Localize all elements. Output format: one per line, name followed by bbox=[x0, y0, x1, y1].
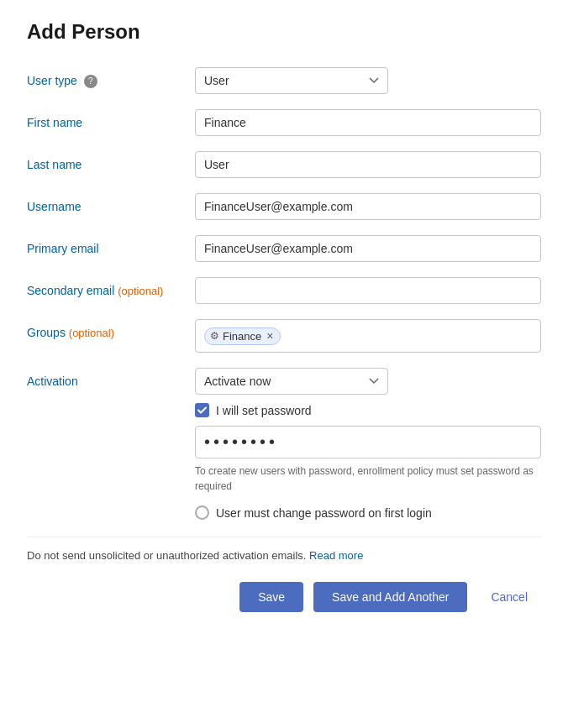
page-title: Add Person bbox=[27, 20, 541, 44]
cancel-button[interactable]: Cancel bbox=[477, 582, 541, 612]
last-name-label: Last name bbox=[27, 151, 195, 171]
groups-field[interactable]: ⚙ Finance × bbox=[195, 319, 541, 353]
save-button[interactable]: Save bbox=[239, 582, 303, 612]
password-helper-text: To create new users with password, enrol… bbox=[195, 464, 541, 494]
username-input[interactable] bbox=[195, 193, 541, 220]
activation-row: Activation Activate now Activate later I… bbox=[27, 368, 541, 528]
primary-email-control bbox=[195, 235, 541, 262]
last-name-control bbox=[195, 151, 541, 178]
user-type-row: User type ? User Admin Super Admin bbox=[27, 67, 541, 94]
bottom-notice-text: Do not send unsolicited or unauthorized … bbox=[27, 549, 306, 562]
secondary-email-row: Secondary email (optional) bbox=[27, 277, 541, 304]
secondary-email-optional: (optional) bbox=[118, 285, 163, 297]
group-tag-icon: ⚙ bbox=[210, 330, 219, 342]
group-tag-label: Finance bbox=[223, 330, 261, 343]
set-password-row: I will set password bbox=[195, 403, 541, 417]
save-add-another-button[interactable]: Save and Add Another bbox=[313, 582, 467, 612]
password-input[interactable] bbox=[195, 426, 541, 458]
primary-email-label: Primary email bbox=[27, 235, 195, 255]
user-type-control: User Admin Super Admin bbox=[195, 67, 541, 94]
primary-email-row: Primary email bbox=[27, 235, 541, 262]
groups-optional: (optional) bbox=[69, 327, 114, 339]
secondary-email-label: Secondary email (optional) bbox=[27, 277, 195, 297]
first-name-input[interactable] bbox=[195, 109, 541, 136]
change-password-row: User must change password on first login bbox=[195, 505, 541, 520]
first-name-label: First name bbox=[27, 109, 195, 129]
activation-control: Activate now Activate later I will set p… bbox=[195, 368, 541, 528]
secondary-email-control bbox=[195, 277, 541, 304]
activation-select[interactable]: Activate now Activate later bbox=[195, 368, 388, 395]
first-name-control bbox=[195, 109, 541, 136]
user-type-label: User type ? bbox=[27, 67, 195, 88]
first-name-row: First name bbox=[27, 109, 541, 136]
group-tag-finance: ⚙ Finance × bbox=[204, 327, 281, 345]
change-password-checkbox[interactable] bbox=[195, 505, 209, 520]
secondary-email-input[interactable] bbox=[195, 277, 541, 304]
username-control bbox=[195, 193, 541, 220]
set-password-checkbox[interactable] bbox=[195, 403, 209, 417]
groups-row: Groups (optional) ⚙ Finance × bbox=[27, 319, 541, 353]
username-row: Username bbox=[27, 193, 541, 220]
read-more-link[interactable]: Read more bbox=[309, 549, 363, 562]
groups-control: ⚙ Finance × bbox=[195, 319, 541, 353]
bottom-notice: Do not send unsolicited or unauthorized … bbox=[27, 537, 541, 562]
last-name-row: Last name bbox=[27, 151, 541, 178]
user-type-select[interactable]: User Admin Super Admin bbox=[195, 67, 388, 94]
group-tag-remove[interactable]: × bbox=[266, 330, 273, 342]
change-password-label: User must change password on first login bbox=[216, 506, 432, 520]
groups-label: Groups (optional) bbox=[27, 319, 195, 339]
set-password-label: I will set password bbox=[216, 404, 312, 417]
activation-label: Activation bbox=[27, 368, 195, 388]
user-type-help-icon[interactable]: ? bbox=[84, 75, 97, 88]
primary-email-input[interactable] bbox=[195, 235, 541, 262]
form-actions: Save Save and Add Another Cancel bbox=[27, 582, 541, 621]
last-name-input[interactable] bbox=[195, 151, 541, 178]
username-label: Username bbox=[27, 193, 195, 213]
